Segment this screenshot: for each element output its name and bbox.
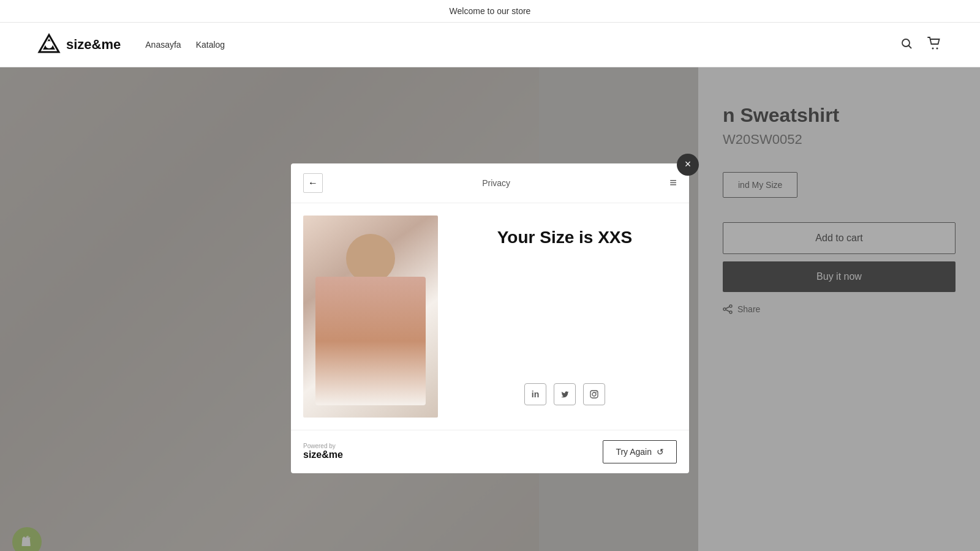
logo-text: size&me — [66, 37, 121, 53]
header-right — [898, 34, 943, 56]
back-icon: ← — [308, 178, 318, 189]
main-content: n Sweatshirt W20SW0052 ind My Size Add t… — [0, 67, 980, 551]
nav-anasayfa[interactable]: Anasayfa — [145, 40, 181, 50]
header-left: size&me Anasayfa Katalog — [37, 32, 225, 57]
modal-menu-button[interactable]: ≡ — [669, 176, 677, 190]
powered-by-section: Powered by size&me — [303, 443, 343, 460]
search-button[interactable] — [898, 35, 915, 55]
modal-close-button[interactable]: × — [677, 154, 699, 176]
size-result-title: Your Size is XXS — [497, 228, 632, 247]
logo[interactable]: size&me — [37, 32, 121, 57]
modal-product-image — [303, 216, 438, 418]
modal-privacy-label: Privacy — [482, 178, 510, 188]
svg-point-14 — [596, 391, 597, 392]
modal-footer: Powered by size&me Try Again ↺ — [291, 430, 689, 473]
modal-image-area — [303, 216, 438, 418]
powered-by-text: Powered by — [303, 443, 336, 449]
svg-point-6 — [937, 47, 938, 49]
try-again-icon: ↺ — [657, 447, 664, 457]
linkedin-icon[interactable]: in — [524, 383, 546, 405]
instagram-icon[interactable] — [583, 383, 605, 405]
modal-content-area: Your Size is XXS in — [453, 216, 677, 418]
menu-icon: ≡ — [669, 176, 677, 189]
modal-body: Your Size is XXS in — [291, 203, 689, 430]
size-modal: × ← Privacy ≡ — [291, 163, 689, 473]
modal-overlay: × ← Privacy ≡ — [0, 67, 980, 551]
twitter-bird-icon — [560, 389, 570, 399]
cart-icon — [927, 37, 941, 50]
try-again-label: Try Again — [616, 447, 652, 457]
try-again-button[interactable]: Try Again ↺ — [603, 440, 677, 463]
instagram-camera-icon — [589, 389, 599, 399]
modal-back-button[interactable]: ← — [303, 173, 323, 193]
powered-by-brand: size&me — [303, 449, 343, 460]
search-icon — [900, 37, 913, 50]
close-icon: × — [685, 158, 692, 171]
svg-rect-12 — [590, 391, 598, 398]
svg-point-2 — [45, 41, 53, 48]
announcement-bar: Welcome to our store — [0, 0, 980, 23]
modal-header: ← Privacy ≡ — [291, 163, 689, 203]
svg-line-4 — [909, 45, 912, 48]
svg-point-5 — [932, 47, 934, 49]
twitter-icon[interactable] — [554, 383, 576, 405]
nav-katalog[interactable]: Katalog — [196, 40, 225, 50]
main-nav: Anasayfa Katalog — [145, 40, 225, 50]
cart-button[interactable] — [925, 34, 943, 56]
announcement-text: Welcome to our store — [450, 6, 531, 16]
logo-icon — [37, 32, 61, 57]
header: size&me Anasayfa Katalog — [0, 23, 980, 67]
social-icons-group: in — [524, 383, 605, 405]
svg-point-3 — [902, 39, 910, 47]
svg-point-13 — [592, 392, 596, 396]
